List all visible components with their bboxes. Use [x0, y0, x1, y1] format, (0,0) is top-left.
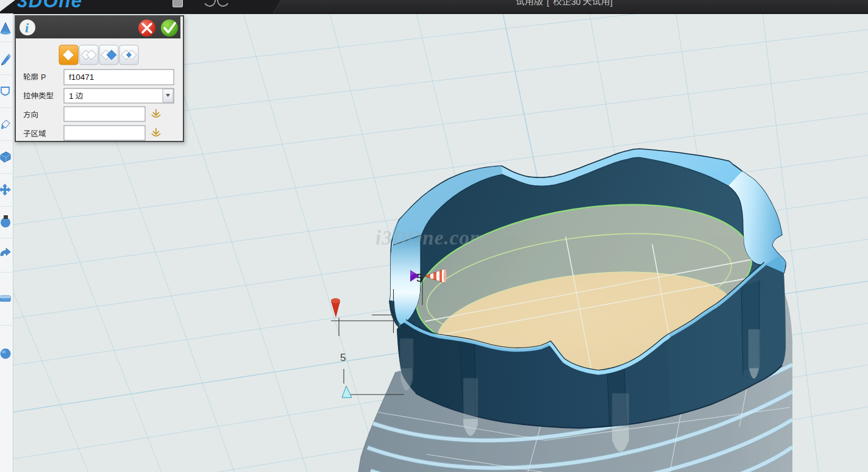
svg-text:P: P [41, 73, 46, 82]
